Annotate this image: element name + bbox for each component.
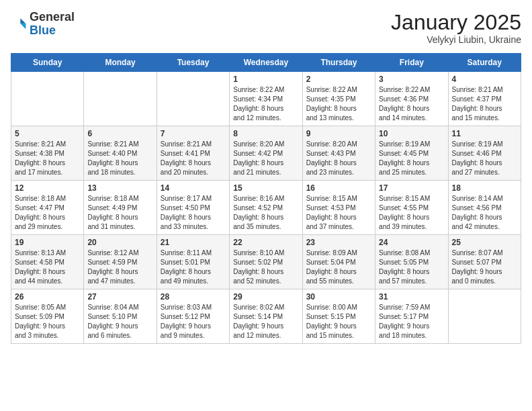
day-number: 13 bbox=[87, 183, 152, 193]
day-info: Sunrise: 8:09 AM Sunset: 5:04 PM Dayligh… bbox=[306, 248, 371, 286]
calendar-cell: 26Sunrise: 8:05 AM Sunset: 5:09 PM Dayli… bbox=[11, 289, 84, 344]
day-number: 18 bbox=[452, 183, 517, 193]
day-number: 19 bbox=[15, 238, 80, 247]
calendar-cell: 21Sunrise: 8:11 AM Sunset: 5:01 PM Dayli… bbox=[157, 235, 229, 289]
day-number: 1 bbox=[233, 75, 298, 84]
day-info: Sunrise: 8:21 AM Sunset: 4:37 PM Dayligh… bbox=[452, 85, 517, 123]
calendar-cell: 22Sunrise: 8:10 AM Sunset: 5:02 PM Dayli… bbox=[230, 235, 302, 289]
calendar-week-row: 19Sunrise: 8:13 AM Sunset: 4:58 PM Dayli… bbox=[11, 235, 521, 289]
day-info: Sunrise: 8:17 AM Sunset: 4:50 PM Dayligh… bbox=[161, 194, 226, 232]
day-number: 4 bbox=[452, 75, 517, 84]
day-header-friday: Friday bbox=[375, 54, 448, 72]
day-number: 27 bbox=[87, 292, 152, 302]
calendar-cell: 18Sunrise: 8:14 AM Sunset: 4:56 PM Dayli… bbox=[448, 181, 521, 235]
day-number: 24 bbox=[379, 238, 444, 247]
day-info: Sunrise: 8:15 AM Sunset: 4:55 PM Dayligh… bbox=[379, 194, 444, 232]
calendar-cell: 3Sunrise: 8:22 AM Sunset: 4:36 PM Daylig… bbox=[375, 72, 448, 126]
calendar-cell: 6Sunrise: 8:21 AM Sunset: 4:40 PM Daylig… bbox=[84, 126, 157, 181]
day-number: 29 bbox=[233, 292, 298, 302]
calendar-cell: 24Sunrise: 8:08 AM Sunset: 5:05 PM Dayli… bbox=[375, 235, 448, 289]
calendar-week-row: 5Sunrise: 8:21 AM Sunset: 4:38 PM Daylig… bbox=[11, 126, 521, 181]
day-number: 2 bbox=[306, 75, 371, 84]
day-info: Sunrise: 8:13 AM Sunset: 4:58 PM Dayligh… bbox=[15, 248, 80, 286]
day-number: 30 bbox=[306, 292, 371, 302]
day-info: Sunrise: 8:03 AM Sunset: 5:12 PM Dayligh… bbox=[161, 303, 226, 340]
day-info: Sunrise: 8:21 AM Sunset: 4:40 PM Dayligh… bbox=[87, 140, 152, 177]
day-info: Sunrise: 8:22 AM Sunset: 4:36 PM Dayligh… bbox=[379, 85, 444, 123]
day-info: Sunrise: 8:15 AM Sunset: 4:53 PM Dayligh… bbox=[306, 194, 371, 232]
day-number: 28 bbox=[161, 292, 226, 302]
calendar-week-row: 26Sunrise: 8:05 AM Sunset: 5:09 PM Dayli… bbox=[11, 289, 521, 344]
day-info: Sunrise: 8:22 AM Sunset: 4:35 PM Dayligh… bbox=[306, 85, 371, 123]
page-header: General Blue January 2025 Velykyi Liubin… bbox=[11, 11, 521, 45]
calendar-cell: 17Sunrise: 8:15 AM Sunset: 4:55 PM Dayli… bbox=[375, 181, 448, 235]
svg-marker-1 bbox=[20, 24, 26, 29]
calendar-cell: 12Sunrise: 8:18 AM Sunset: 4:47 PM Dayli… bbox=[11, 181, 84, 235]
month-year-title: January 2025 bbox=[391, 11, 521, 34]
day-number: 5 bbox=[15, 129, 80, 138]
day-info: Sunrise: 8:08 AM Sunset: 5:05 PM Dayligh… bbox=[379, 248, 444, 286]
day-info: Sunrise: 8:19 AM Sunset: 4:46 PM Dayligh… bbox=[452, 140, 517, 177]
day-info: Sunrise: 8:18 AM Sunset: 4:47 PM Dayligh… bbox=[15, 194, 80, 232]
day-info: Sunrise: 8:19 AM Sunset: 4:45 PM Dayligh… bbox=[379, 140, 444, 177]
logo: General Blue bbox=[11, 11, 75, 38]
day-info: Sunrise: 8:12 AM Sunset: 4:59 PM Dayligh… bbox=[87, 248, 152, 286]
calendar-week-row: 1Sunrise: 8:22 AM Sunset: 4:34 PM Daylig… bbox=[11, 72, 521, 126]
day-number: 16 bbox=[306, 183, 371, 193]
calendar-table: SundayMondayTuesdayWednesdayThursdayFrid… bbox=[11, 53, 521, 344]
day-info: Sunrise: 8:00 AM Sunset: 5:15 PM Dayligh… bbox=[306, 303, 371, 340]
calendar-cell: 13Sunrise: 8:18 AM Sunset: 4:49 PM Dayli… bbox=[84, 181, 157, 235]
day-info: Sunrise: 8:20 AM Sunset: 4:43 PM Dayligh… bbox=[306, 140, 371, 177]
calendar-week-row: 12Sunrise: 8:18 AM Sunset: 4:47 PM Dayli… bbox=[11, 181, 521, 235]
day-number: 20 bbox=[87, 238, 152, 247]
day-header-wednesday: Wednesday bbox=[230, 54, 302, 72]
calendar-cell: 16Sunrise: 8:15 AM Sunset: 4:53 PM Dayli… bbox=[302, 181, 375, 235]
calendar-cell: 11Sunrise: 8:19 AM Sunset: 4:46 PM Dayli… bbox=[448, 126, 521, 181]
calendar-cell bbox=[448, 289, 521, 344]
calendar-cell: 1Sunrise: 8:22 AM Sunset: 4:34 PM Daylig… bbox=[230, 72, 302, 126]
calendar-cell: 30Sunrise: 8:00 AM Sunset: 5:15 PM Dayli… bbox=[302, 289, 375, 344]
day-number: 7 bbox=[161, 129, 226, 138]
day-number: 23 bbox=[306, 238, 371, 247]
day-number: 21 bbox=[161, 238, 226, 247]
calendar-header-row: SundayMondayTuesdayWednesdayThursdayFrid… bbox=[11, 54, 521, 72]
day-info: Sunrise: 8:21 AM Sunset: 4:41 PM Dayligh… bbox=[161, 140, 226, 177]
logo-icon bbox=[11, 16, 27, 32]
day-info: Sunrise: 8:07 AM Sunset: 5:07 PM Dayligh… bbox=[452, 248, 517, 286]
day-header-sunday: Sunday bbox=[11, 54, 84, 72]
calendar-cell: 8Sunrise: 8:20 AM Sunset: 4:42 PM Daylig… bbox=[230, 126, 302, 181]
day-number: 9 bbox=[306, 129, 371, 138]
day-info: Sunrise: 8:14 AM Sunset: 4:56 PM Dayligh… bbox=[452, 194, 517, 232]
day-info: Sunrise: 8:16 AM Sunset: 4:52 PM Dayligh… bbox=[233, 194, 298, 232]
day-number: 11 bbox=[452, 129, 517, 138]
location-subtitle: Velykyi Liubin, Ukraine bbox=[391, 34, 521, 45]
day-info: Sunrise: 8:20 AM Sunset: 4:42 PM Dayligh… bbox=[233, 140, 298, 177]
day-info: Sunrise: 8:22 AM Sunset: 4:34 PM Dayligh… bbox=[233, 85, 298, 123]
calendar-cell: 25Sunrise: 8:07 AM Sunset: 5:07 PM Dayli… bbox=[448, 235, 521, 289]
day-info: Sunrise: 7:59 AM Sunset: 5:17 PM Dayligh… bbox=[379, 303, 444, 340]
calendar-cell: 4Sunrise: 8:21 AM Sunset: 4:37 PM Daylig… bbox=[448, 72, 521, 126]
day-number: 22 bbox=[233, 238, 298, 247]
day-info: Sunrise: 8:10 AM Sunset: 5:02 PM Dayligh… bbox=[233, 248, 298, 286]
calendar-cell: 5Sunrise: 8:21 AM Sunset: 4:38 PM Daylig… bbox=[11, 126, 84, 181]
day-header-saturday: Saturday bbox=[448, 54, 521, 72]
day-number: 6 bbox=[87, 129, 152, 138]
day-number: 8 bbox=[233, 129, 298, 138]
calendar-cell: 31Sunrise: 7:59 AM Sunset: 5:17 PM Dayli… bbox=[375, 289, 448, 344]
calendar-cell: 15Sunrise: 8:16 AM Sunset: 4:52 PM Dayli… bbox=[230, 181, 302, 235]
calendar-cell: 7Sunrise: 8:21 AM Sunset: 4:41 PM Daylig… bbox=[157, 126, 229, 181]
day-info: Sunrise: 8:18 AM Sunset: 4:49 PM Dayligh… bbox=[87, 194, 152, 232]
calendar-cell bbox=[157, 72, 229, 126]
day-number: 31 bbox=[379, 292, 444, 302]
day-number: 17 bbox=[379, 183, 444, 193]
day-number: 3 bbox=[379, 75, 444, 84]
day-info: Sunrise: 8:05 AM Sunset: 5:09 PM Dayligh… bbox=[15, 303, 80, 340]
calendar-cell: 9Sunrise: 8:20 AM Sunset: 4:43 PM Daylig… bbox=[302, 126, 375, 181]
day-header-tuesday: Tuesday bbox=[157, 54, 229, 72]
day-info: Sunrise: 8:04 AM Sunset: 5:10 PM Dayligh… bbox=[87, 303, 152, 340]
day-header-monday: Monday bbox=[84, 54, 157, 72]
calendar-cell: 23Sunrise: 8:09 AM Sunset: 5:04 PM Dayli… bbox=[302, 235, 375, 289]
day-info: Sunrise: 8:11 AM Sunset: 5:01 PM Dayligh… bbox=[161, 248, 226, 286]
day-number: 26 bbox=[15, 292, 80, 302]
calendar-cell: 2Sunrise: 8:22 AM Sunset: 4:35 PM Daylig… bbox=[302, 72, 375, 126]
